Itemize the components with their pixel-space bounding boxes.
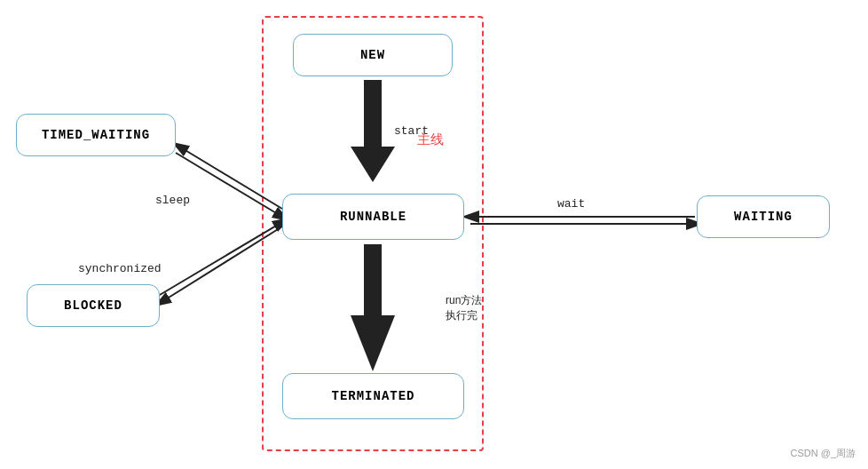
- state-blocked: BLOCKED: [27, 284, 160, 327]
- state-runnable: RUNNABLE: [282, 194, 464, 240]
- state-waiting: WAITING: [697, 195, 830, 238]
- state-timed-waiting-label: TIMED_WAITING: [42, 128, 150, 142]
- state-timed-waiting: TIMED_WAITING: [16, 114, 176, 156]
- label-zhuxian: 主线: [417, 131, 444, 148]
- watermark: CSDN @_周游: [790, 447, 856, 460]
- state-new-label: NEW: [360, 48, 385, 62]
- label-wait: wait: [557, 197, 585, 211]
- label-sleep: sleep: [155, 194, 190, 207]
- state-blocked-label: BLOCKED: [64, 298, 122, 313]
- state-runnable-label: RUNNABLE: [340, 210, 406, 224]
- diagram-container: NEW RUNNABLE TERMINATED TIMED_WAITING BL…: [0, 0, 868, 469]
- state-terminated: TERMINATED: [282, 373, 464, 419]
- label-synchronized: synchronized: [78, 262, 162, 275]
- label-run: run方法执行完: [446, 293, 482, 323]
- state-waiting-label: WAITING: [734, 210, 793, 224]
- state-terminated-label: TERMINATED: [331, 389, 414, 403]
- state-new: NEW: [293, 34, 453, 76]
